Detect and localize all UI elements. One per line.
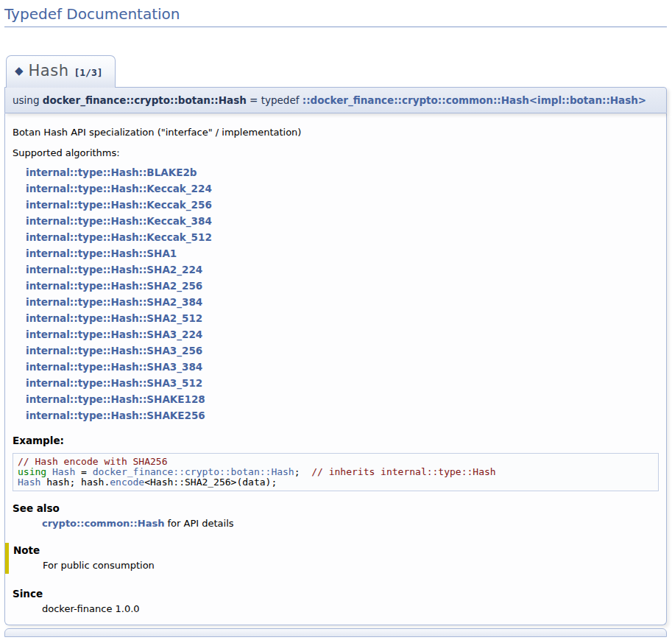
declaration-using-keyword: using [13,94,43,106]
member-title-tab: ◆Hash[1/3] [6,55,116,88]
page-title: Typedef Documentation [4,5,667,27]
algorithm-link[interactable]: internal::type::Hash::SHA2_256 [26,278,659,294]
example-section: Example: [13,435,659,446]
algorithm-link[interactable]: internal::type::Hash::SHAKE256 [26,407,659,424]
see-also-section: See also crypto::common::Hash for API de… [13,502,659,529]
code-token-plain: = [75,466,92,477]
algorithm-link[interactable]: internal::type::Hash::SHA2_384 [26,294,659,310]
note-section: Note For public consumption [5,543,659,574]
code-line: Hash hash; hash.encode<Hash::SHA2_256>(d… [18,477,654,488]
code-token-plain: hash; hash. [40,477,110,488]
code-token-plain: ; [294,466,311,477]
member-description: Botan Hash API specialization ("interfac… [13,127,659,138]
since-text: docker-finance 1.0.0 [42,603,659,614]
algorithm-link[interactable]: internal::type::Hash::SHA2_224 [26,261,659,278]
algorithm-link[interactable]: internal::type::Hash::SHA3_512 [26,375,659,391]
member-name: Hash [29,62,69,80]
typedef-member-item: ◆Hash[1/3] using docker_finance::crypto:… [4,55,667,625]
since-section: Since docker-finance 1.0.0 [13,588,659,614]
algorithm-link[interactable]: internal::type::Hash::Keccak_256 [26,197,659,213]
algorithm-link[interactable]: internal::type::Hash::Keccak_224 [26,180,659,197]
algorithm-link[interactable]: internal::type::Hash::SHA3_384 [26,359,659,375]
example-label: Example: [13,435,659,446]
algorithm-link[interactable]: internal::type::Hash::Keccak_384 [26,213,659,229]
typedef-declaration-bar: using docker_finance::crypto::botan::Has… [4,87,667,113]
example-code-fragment: // Hash encode with SHA256using Hash = d… [13,453,659,491]
algorithm-link[interactable]: internal::type::Hash::SHA1 [26,245,659,261]
code-link[interactable]: encode [110,477,144,488]
algorithm-link[interactable]: internal::type::Hash::Keccak_512 [26,229,659,245]
algorithm-link[interactable]: internal::type::Hash::SHA3_256 [26,342,659,359]
algorithm-link[interactable]: internal::type::Hash::BLAKE2b [26,164,659,180]
declaration-typedef-name: docker_finance::crypto::botan::Hash [43,94,247,106]
code-line: using Hash = docker_finance::crypto::bot… [18,467,654,477]
permalink-diamond-icon[interactable]: ◆ [15,64,24,77]
code-token-comment: // Hash encode with SHA256 [18,456,168,467]
code-link[interactable]: Hash [52,466,75,477]
code-token-keyword: using [18,466,46,477]
member-overload-counter: [1/3] [74,67,102,78]
code-token-plain [46,466,52,477]
code-token-comment: // inherits internal::type::Hash [311,466,495,477]
algorithm-link-list: internal::type::Hash::BLAKE2binternal::t… [26,164,659,424]
note-label: Note [13,544,659,556]
declaration-equals-typedef: = typedef [247,94,303,106]
code-token-plain: <Hash::SHA2_256>(data); [144,477,277,488]
next-member-item-edge [4,628,667,637]
documentation-page: Typedef Documentation ◆Hash[1/3] using d… [0,5,672,637]
algorithm-link[interactable]: internal::type::Hash::SHAKE128 [26,391,659,407]
since-label: Since [13,588,659,600]
code-link[interactable]: docker_finance::crypto::botan::Hash [93,466,294,477]
note-text: For public consumption [43,560,659,571]
algorithm-link[interactable]: internal::type::Hash::SHA3_224 [26,326,659,342]
see-also-link[interactable]: crypto::common::Hash [42,518,164,529]
code-link[interactable]: Hash [18,477,40,488]
supported-algorithms-label: Supported algorithms: [13,147,659,158]
algorithm-link[interactable]: internal::type::Hash::SHA2_512 [26,310,659,326]
see-also-suffix: for API details [164,518,233,529]
declaration-target-link[interactable]: ::docker_finance::crypto::common::Hash<i… [303,94,646,106]
code-line: // Hash encode with SHA256 [18,457,654,467]
member-documentation-body: Botan Hash API specialization ("interfac… [4,113,667,625]
see-also-label: See also [13,502,659,514]
see-also-content: crypto::common::Hash for API details [42,518,659,529]
